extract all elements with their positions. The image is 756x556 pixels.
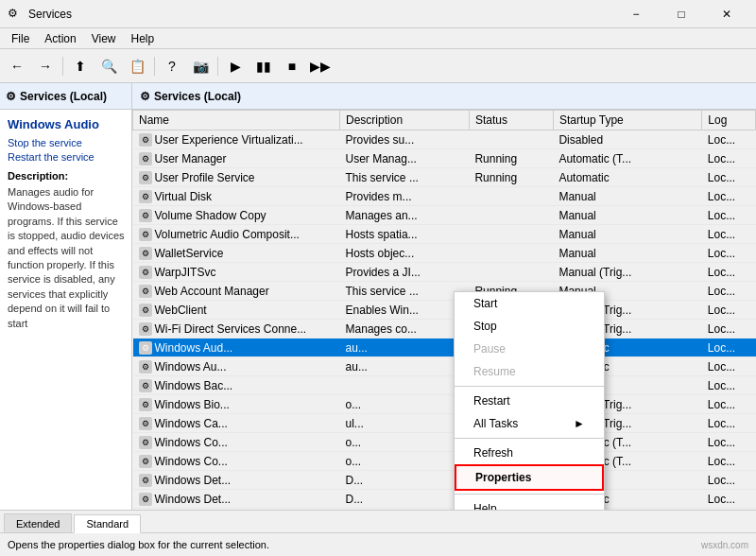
col-log[interactable]: Log xyxy=(702,111,756,130)
menu-help[interactable]: Help xyxy=(124,28,163,49)
col-name[interactable]: Name xyxy=(133,111,340,130)
cell-log: Loc... xyxy=(702,206,756,225)
cell-name: ⚙Wi-Fi Direct Services Conne... xyxy=(133,320,340,339)
context-menu-separator xyxy=(455,386,604,387)
stop-service-link[interactable]: Stop the service xyxy=(8,137,125,148)
menu-file[interactable]: File xyxy=(4,28,37,49)
services-table-container[interactable]: Name Description Status Startup Type Log… xyxy=(132,110,756,510)
cell-name: ⚙WarpJITSvc xyxy=(133,263,340,282)
restart-button[interactable]: ▶▶ xyxy=(307,53,334,79)
col-status[interactable]: Status xyxy=(469,111,553,130)
pause-button[interactable]: ▮▮ xyxy=(250,53,277,79)
table-row[interactable]: ⚙Windows Det...D...RunningAutomaticLoc..… xyxy=(133,490,756,509)
cell-name: ⚙Windows Bac... xyxy=(133,376,340,395)
description-text: Manages audio for Windows-based programs… xyxy=(8,185,125,331)
left-panel: ⚙ Services (Local) Windows Audio Stop th… xyxy=(0,83,132,510)
toolbar: ← → ⬆ 🔍 📋 ? 📷 ▶ ▮▮ ■ ▶▶ xyxy=(0,49,756,83)
col-description[interactable]: Description xyxy=(340,111,470,130)
cell-name: ⚙Volume Shadow Copy xyxy=(133,206,340,225)
table-row[interactable]: ⚙Volume Shadow CopyManages an...ManualLo… xyxy=(133,206,756,225)
cell-description: o... xyxy=(340,452,470,471)
toolbar-separator-1 xyxy=(62,57,63,76)
status-text: Opens the properties dialog box for the … xyxy=(8,539,269,550)
cell-name: ⚙Windows Co... xyxy=(133,433,340,452)
table-row[interactable]: ⚙WalletServiceHosts objec...ManualLoc... xyxy=(133,244,756,263)
status-bar: Opens the properties dialog box for the … xyxy=(0,532,756,556)
table-row[interactable]: ⚙Windows Ca...ul...Manual (Trig...Loc... xyxy=(133,414,756,433)
col-startup[interactable]: Startup Type xyxy=(553,111,701,130)
context-menu-item-help[interactable]: Help xyxy=(455,497,604,510)
camera-button[interactable]: 📷 xyxy=(187,53,214,79)
cell-description: o... xyxy=(340,395,470,414)
cell-status xyxy=(469,225,553,244)
table-row[interactable]: ⚙Windows Co...o...RunningAutomatic (T...… xyxy=(133,433,756,452)
cell-name: ⚙Windows Det... xyxy=(133,471,340,490)
table-row[interactable]: ⚙Windows Co...o...RunningAutomatic (T...… xyxy=(133,452,756,471)
restart-service-link[interactable]: Restart the service xyxy=(8,151,125,163)
maximize-button[interactable]: □ xyxy=(660,0,703,28)
tab-extended[interactable]: Extended xyxy=(4,513,72,532)
up-button[interactable]: ⬆ xyxy=(67,53,94,79)
table-row[interactable]: ⚙Windows Det...D...ManualLoc... xyxy=(133,471,756,490)
context-menu-item-properties[interactable]: Properties xyxy=(455,464,604,491)
right-panel-title: Services (Local) xyxy=(154,90,241,103)
right-panel-icon: ⚙ xyxy=(140,90,150,103)
cell-log: Loc... xyxy=(702,301,756,320)
properties-button[interactable]: 📋 xyxy=(124,53,150,79)
menu-action[interactable]: Action xyxy=(37,28,83,49)
title-bar: ⚙ Services − □ ✕ xyxy=(0,0,756,28)
table-row[interactable]: ⚙User ManagerUser Manag...RunningAutomat… xyxy=(133,149,756,168)
stop-button[interactable]: ■ xyxy=(279,53,305,79)
table-row[interactable]: ⚙Windows Bac...ManualLoc... xyxy=(133,376,756,395)
context-menu-item-start[interactable]: Start xyxy=(455,292,604,315)
context-menu-item-all-tasks[interactable]: All Tasks► xyxy=(455,412,604,435)
table-row[interactable]: ⚙Web Account ManagerThis service ...Runn… xyxy=(133,282,756,301)
table-row[interactable]: ⚙Volumetric Audio Composit...Hosts spati… xyxy=(133,225,756,244)
table-row[interactable]: ⚙WarpJITSvcProvides a JI...Manual (Trig.… xyxy=(133,263,756,282)
table-row[interactable]: ⚙User Experience Virtualizati...Provides… xyxy=(133,130,756,149)
cell-log: Loc... xyxy=(702,130,756,149)
cell-log: Loc... xyxy=(702,376,756,395)
context-menu-item-stop[interactable]: Stop xyxy=(455,315,604,338)
cell-log: Loc... xyxy=(702,225,756,244)
cell-status xyxy=(469,206,553,225)
table-row[interactable]: ⚙Virtual DiskProvides m...ManualLoc... xyxy=(133,187,756,206)
cell-name: ⚙Windows Bio... xyxy=(133,395,340,414)
cell-log: Loc... xyxy=(702,509,756,511)
cell-startup: Manual xyxy=(553,244,701,263)
forward-button[interactable]: → xyxy=(32,53,59,79)
cell-status: Running xyxy=(469,168,553,187)
cell-description xyxy=(340,376,470,395)
table-row[interactable]: ⚙Windows Bio...o...Manual (Trig...Loc... xyxy=(133,395,756,414)
context-menu-item-restart[interactable]: Restart xyxy=(455,390,604,412)
back-button[interactable]: ← xyxy=(4,53,30,79)
cell-description: D... xyxy=(340,490,470,509)
table-row[interactable]: ⚙Windows Enc...E...Manual (Trig...Loc... xyxy=(133,509,756,511)
table-row[interactable]: ⚙Windows Au...au...RunningAutomaticLoc..… xyxy=(133,357,756,376)
cell-startup: Manual xyxy=(553,225,701,244)
main-area: ⚙ Services (Local) Windows Audio Stop th… xyxy=(0,83,756,510)
cell-log: Loc... xyxy=(702,357,756,376)
play-button[interactable]: ▶ xyxy=(222,53,249,79)
close-button[interactable]: ✕ xyxy=(705,0,748,28)
cell-log: Loc... xyxy=(702,282,756,301)
cell-status xyxy=(469,244,553,263)
cell-name: ⚙Web Account Manager xyxy=(133,282,340,301)
tab-standard[interactable]: Standard xyxy=(74,514,141,533)
menu-view[interactable]: View xyxy=(84,28,124,49)
context-menu: StartStopPauseResumeRestartAll Tasks►Ref… xyxy=(454,291,605,510)
cell-log: Loc... xyxy=(702,414,756,433)
table-row[interactable]: ⚙Wi-Fi Direct Services Conne...Manages c… xyxy=(133,320,756,339)
table-row[interactable]: ⚙User Profile ServiceThis service ...Run… xyxy=(133,168,756,187)
help-button[interactable]: ? xyxy=(159,53,185,79)
context-menu-separator-2 xyxy=(455,438,604,439)
branding-text: wsxdn.com xyxy=(701,540,748,550)
cell-startup: Manual xyxy=(553,206,701,225)
show-hide-button[interactable]: 🔍 xyxy=(95,53,122,79)
cell-description: Manages an... xyxy=(340,206,470,225)
table-row[interactable]: ⚙Windows Aud...au...RunningAutomaticLoc.… xyxy=(133,339,756,357)
cell-name: ⚙Windows Enc... xyxy=(133,509,340,511)
table-row[interactable]: ⚙WebClientEnables Win...RunningManual (T… xyxy=(133,301,756,320)
minimize-button[interactable]: − xyxy=(614,0,658,28)
context-menu-item-refresh[interactable]: Refresh xyxy=(455,442,604,464)
